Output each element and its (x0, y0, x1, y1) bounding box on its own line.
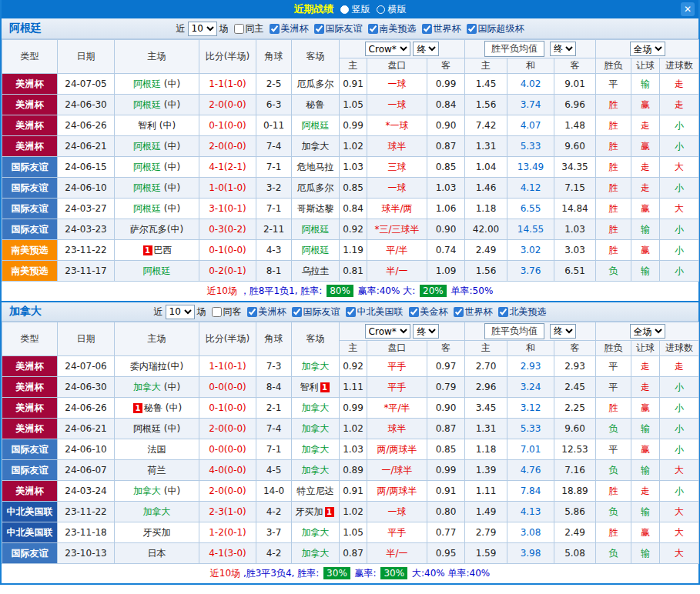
odds-company-select[interactable]: Crow* (365, 42, 410, 56)
result-over-under: 大 (660, 502, 699, 522)
cup-filter[interactable]: 国际超级杯 (461, 22, 524, 35)
avg-home-odds: 1.04 (465, 157, 507, 178)
col-header-corners: 角球 (256, 322, 292, 356)
fullmatch-select[interactable]: 全场 (630, 324, 665, 339)
avg-away-odds: 14.84 (554, 199, 596, 219)
away-team: 加拿大 (292, 543, 340, 564)
cup-filter[interactable]: 国际友谊 (286, 305, 340, 319)
competition-type: 美洲杯 (2, 136, 58, 157)
crown-handicap: 一球 (367, 502, 427, 522)
home-team: 加拿大 (115, 502, 199, 522)
avg-home-odds: 1.18 (465, 199, 507, 219)
odds-stage-select[interactable]: 终 (413, 324, 439, 339)
cup-filter-checkbox[interactable] (454, 307, 464, 317)
cup-filter-checkbox[interactable] (270, 24, 280, 34)
odds-company-select[interactable]: Crow* (365, 324, 410, 339)
crown-handicap: 平手 (367, 522, 427, 543)
cup-filter-checkbox[interactable] (498, 307, 508, 317)
cup-filter[interactable]: 国际友谊 (309, 22, 363, 35)
final-score: 0-2(0-1) (199, 261, 256, 282)
crown-home-odds: 0.99 (340, 115, 367, 136)
final-score: 0-1(0-0) (199, 398, 256, 419)
home-team: 加拿大 (中) (115, 377, 199, 398)
crown-home-odds: 1.03 (340, 157, 367, 178)
summary-segment: 近10场 (207, 285, 237, 296)
match-count-select[interactable]: 10 (166, 305, 195, 319)
corner-count: 4-2 (256, 502, 292, 522)
team-name: 智利 (300, 382, 319, 392)
team-name: 日本 (148, 548, 166, 559)
sub-col-avg-home: 主 (465, 341, 507, 356)
same-venue-checkbox[interactable] (212, 307, 222, 317)
final-score: 0-0(0-0) (199, 439, 256, 460)
cup-filter[interactable]: 世界杯 (417, 22, 461, 35)
team-name: 巴西 (154, 245, 172, 255)
sub-col-home: 主 (340, 58, 367, 74)
crown-handicap: 球半 (367, 136, 427, 157)
cup-filter[interactable]: 美金杯 (404, 305, 448, 319)
close-icon[interactable]: ✕ (681, 2, 695, 16)
cup-filter-checkbox[interactable] (368, 24, 378, 34)
avg-group-header: 胜平负均值 终 (465, 40, 596, 58)
match-date: 23-11-18 (58, 522, 115, 543)
result-outcome: 平 (596, 439, 631, 460)
neutral-venue-tag: (中) (161, 99, 180, 110)
cup-filters: 美洲杯 国际友谊 南美预选 世界杯 国际超级杯 (264, 22, 524, 35)
result-asian-handicap: 走 (631, 157, 660, 178)
avg-odds-label: 胜平负均值 (484, 323, 544, 339)
crown-away-odds: 0.91 (427, 481, 465, 502)
corner-count: 8-4 (256, 377, 292, 398)
cup-filter-label: 国际友谊 (303, 305, 340, 319)
same-venue-checkbox[interactable] (234, 24, 244, 34)
sub-col-outcome: 胜负 (596, 341, 631, 356)
cup-filter[interactable]: 中北美国联 (340, 305, 404, 319)
team-name: 加拿大 (302, 402, 330, 413)
result-outcome: 负 (596, 543, 631, 564)
layout-radio-vertical-label[interactable]: 竖版 (352, 3, 370, 16)
filter-bar: 近 10 场 同客 美洲杯 国际友谊 中北美国联 美金杯 世界杯 北美预选 (154, 305, 547, 319)
cup-filter[interactable]: 美洲杯 (264, 22, 309, 35)
match-row: 美洲杯 24-06-26 1秘鲁 (中) 0-1(0-0) 2-1 加拿大 0.… (2, 398, 699, 419)
cup-filter-checkbox[interactable] (292, 307, 302, 317)
cup-filter-checkbox[interactable] (409, 307, 419, 317)
layout-radio-vertical-icon[interactable] (340, 5, 349, 14)
team-name: 阿根廷 (133, 99, 161, 110)
avg-home-odds: 1.11 (465, 481, 507, 502)
summary-segment: ,胜3平3负4, 胜率: (243, 568, 322, 579)
crown-home-odds: 1.02 (340, 419, 367, 439)
match-date: 24-06-26 (58, 398, 115, 419)
cup-filter-checkbox[interactable] (467, 24, 477, 34)
cup-filter-checkbox[interactable] (422, 24, 432, 34)
team-name: 特立尼达 (297, 486, 334, 496)
crown-handicap: 三球 (367, 157, 427, 178)
avg-stage-select[interactable]: 终 (550, 324, 576, 339)
layout-radio-horizontal-icon[interactable] (377, 5, 385, 14)
games-label: 场 (197, 305, 206, 319)
competition-type: 美洲杯 (2, 115, 58, 136)
cup-filter[interactable]: 美洲杯 (242, 305, 286, 319)
odds-stage-select[interactable]: 终 (413, 42, 439, 56)
team-name: 阿根廷 (133, 162, 161, 172)
match-count-select[interactable]: 10 (188, 22, 217, 36)
match-date: 24-06-10 (58, 178, 115, 199)
cup-filter-checkbox[interactable] (346, 307, 356, 317)
cup-filter[interactable]: 北美预选 (493, 305, 547, 319)
cup-filter-checkbox[interactable] (314, 24, 324, 34)
match-date: 24-06-21 (58, 136, 115, 157)
layout-radio-horizontal-label[interactable]: 横版 (388, 3, 407, 16)
avg-stage-select[interactable]: 终 (550, 42, 576, 56)
cup-filter[interactable]: 世界杯 (448, 305, 493, 319)
result-over-under: 小 (660, 439, 699, 460)
match-row: 中北美国联 23-11-22 加拿大 2-3(1-0) 4-2 牙买加1 1.0… (2, 502, 699, 522)
fullmatch-select[interactable]: 全场 (630, 42, 665, 56)
match-date: 24-03-23 (58, 219, 115, 240)
same-venue-filter[interactable]: 同主 (229, 22, 264, 35)
cup-filter[interactable]: 南美预选 (363, 22, 417, 35)
team-name: 阿根廷 (133, 203, 161, 214)
result-asian-handicap: 赢 (631, 522, 660, 543)
sub-col-handicap: 盘口 (367, 58, 427, 74)
same-venue-filter[interactable]: 同客 (206, 305, 242, 319)
match-date: 24-06-26 (58, 115, 115, 136)
cup-filter-checkbox[interactable] (247, 307, 257, 317)
result-asian-handicap: 赢 (631, 240, 660, 261)
